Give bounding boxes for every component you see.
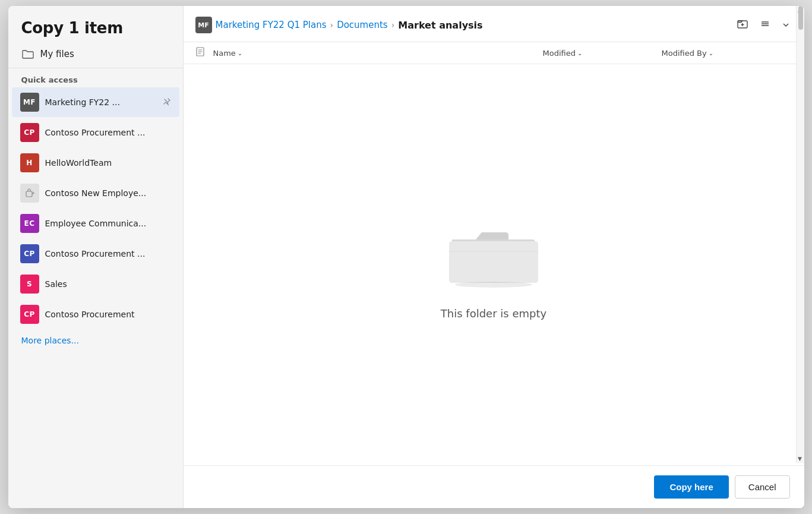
th-name[interactable]: Name ⌄	[213, 49, 543, 58]
breadcrumb-current: Market analysis	[398, 20, 482, 31]
site-avatar-s: S	[20, 275, 39, 294]
breadcrumb-bar: MF Marketing FY22 Q1 Plans›Documents›Mar…	[184, 6, 804, 42]
site-name-cne: Contoso New Employe...	[45, 188, 147, 198]
right-panel: MF Marketing FY22 Q1 Plans›Documents›Mar…	[184, 6, 804, 508]
copy-dialog: Copy 1 item My files Quick access MFMark…	[8, 6, 804, 508]
name-sort-icon: ⌄	[238, 50, 242, 56]
site-item-h[interactable]: HHelloWorldTeam	[12, 148, 179, 178]
chevron-down-button[interactable]	[779, 18, 792, 33]
cancel-button[interactable]: Cancel	[735, 475, 790, 499]
new-folder-button[interactable]	[734, 17, 751, 33]
svg-point-11	[455, 282, 532, 288]
th-modified[interactable]: Modified ⌄	[543, 49, 662, 58]
breadcrumb-actions	[734, 17, 792, 33]
svg-rect-0	[26, 191, 32, 197]
modified-sort-icon: ⌄	[577, 50, 582, 56]
site-item-ec[interactable]: ECEmployee Communica...	[12, 209, 179, 238]
site-name-s: Sales	[45, 279, 67, 289]
empty-message: This folder is empty	[441, 307, 546, 320]
scrollbar[interactable]: ▲ ▼	[796, 6, 804, 463]
empty-state: This folder is empty	[184, 64, 804, 465]
my-files-label: My files	[40, 49, 74, 59]
site-name-cp1: Contoso Procurement ...	[45, 128, 146, 137]
breadcrumb-avatar: MF	[195, 17, 212, 33]
site-item-cp1[interactable]: CPContoso Procurement ...	[12, 118, 179, 147]
site-item-cp3[interactable]: CPContoso Procurement	[12, 299, 179, 329]
quick-access-label: Quick access	[8, 72, 183, 87]
site-avatar-cp1: CP	[20, 123, 39, 142]
breadcrumb-items: Marketing FY22 Q1 Plans›Documents›Market…	[216, 20, 731, 31]
site-item-cp2[interactable]: CPContoso Procurement ...	[12, 239, 179, 269]
more-places-link[interactable]: More places...	[8, 330, 183, 351]
th-icon-col	[195, 47, 213, 59]
site-avatar-mf: MF	[20, 93, 39, 112]
modifiedby-sort-icon: ⌄	[709, 50, 713, 56]
table-header: Name ⌄ Modified ⌄ Modified By ⌄	[184, 42, 804, 64]
site-item-mf[interactable]: MFMarketing FY22 ...	[12, 87, 179, 117]
sites-list: MFMarketing FY22 ...CPContoso Procuremen…	[8, 87, 183, 330]
site-avatar-cne	[20, 184, 39, 203]
site-name-h: HelloWorldTeam	[45, 158, 112, 168]
site-avatar-h: H	[20, 153, 39, 172]
dialog-footer: Copy here Cancel	[184, 465, 804, 508]
copy-here-button[interactable]: Copy here	[654, 475, 728, 499]
th-modified-by[interactable]: Modified By ⌄	[662, 49, 792, 58]
left-panel: Copy 1 item My files Quick access MFMark…	[8, 6, 184, 508]
breadcrumb-link[interactable]: Marketing FY22 Q1 Plans	[216, 20, 327, 30]
breadcrumb-separator: ›	[330, 20, 334, 30]
breadcrumb-separator: ›	[391, 20, 395, 30]
my-files-item[interactable]: My files	[8, 43, 183, 68]
pin-icon-mf	[163, 97, 171, 108]
dialog-title: Copy 1 item	[8, 6, 183, 43]
my-files-folder-icon	[21, 49, 34, 59]
scroll-down-arrow[interactable]: ▼	[796, 455, 804, 463]
breadcrumb-link[interactable]: Documents	[337, 20, 388, 30]
site-name-ec: Employee Communica...	[45, 219, 147, 228]
empty-folder-graphic	[440, 210, 547, 293]
site-item-cne[interactable]: Contoso New Employe...	[12, 178, 179, 208]
site-avatar-cp2: CP	[20, 244, 39, 263]
site-item-s[interactable]: SSales	[12, 269, 179, 299]
site-avatar-cp3: CP	[20, 305, 39, 324]
scroll-thumb[interactable]	[798, 6, 803, 30]
menu-button[interactable]	[757, 17, 773, 33]
site-name-mf: Marketing FY22 ...	[45, 97, 120, 107]
site-name-cp3: Contoso Procurement	[45, 310, 135, 319]
site-avatar-ec: EC	[20, 214, 39, 233]
site-name-cp2: Contoso Procurement ...	[45, 249, 146, 258]
